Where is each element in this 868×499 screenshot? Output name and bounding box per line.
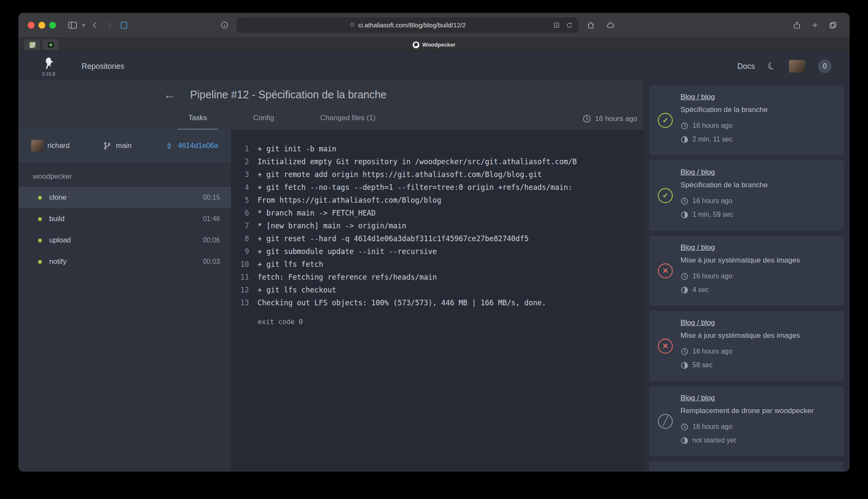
log-line-number: 12: [237, 283, 249, 296]
home-icon[interactable]: [584, 19, 598, 32]
build-duration: 4 sec: [680, 284, 800, 295]
pipeline-step[interactable]: build 01:46: [18, 208, 231, 230]
reload-icon[interactable]: [564, 20, 575, 30]
app-version: 0.15.8: [42, 71, 56, 77]
commit-meta-row: richard main 4614d1e06a: [18, 130, 231, 162]
new-tab-icon[interactable]: [808, 19, 822, 32]
log-panel[interactable]: 1 + git init -b main 2 Initialized empty…: [231, 130, 643, 472]
pipeline-status-icon: [658, 414, 673, 429]
browser-toolbar: ▼ ci.athaliasoft.com/Blog/blog/build/12/…: [18, 13, 850, 38]
log-line: 13 Checking out LFS objects: 100% (573/5…: [237, 296, 643, 309]
pipeline-feed-sidebar[interactable]: Blog / blog Spécification de la branche …: [643, 80, 850, 472]
pipeline-step[interactable]: clone 00:15: [18, 187, 231, 208]
pipeline-header: ← Pipeline #12 - Spécification de la bra…: [18, 80, 643, 130]
log-line-number: 7: [237, 219, 249, 232]
pipeline-feed-item[interactable]: Blog / blog Spécification de la branche …: [649, 85, 844, 155]
log-line-number: 4: [237, 181, 249, 194]
start-page-icon[interactable]: [117, 19, 131, 32]
pipeline-tab[interactable]: Tasks: [177, 114, 218, 130]
repo-link[interactable]: Blog / blog: [680, 470, 715, 472]
woodpecker-app: 0.15.8 Repositories Docs ☾ 0 ← Pipeline …: [18, 53, 850, 472]
build-time: 16 hours ago: [680, 346, 800, 357]
duration-icon: [680, 136, 689, 144]
step-status-dot: [38, 217, 42, 221]
woodpecker-favicon: [413, 41, 419, 48]
tab-overview-icon[interactable]: [826, 19, 840, 32]
pinned-tab[interactable]: [43, 39, 59, 50]
forward-button[interactable]: [102, 19, 117, 32]
commit-message: Spécification de la branche: [680, 181, 768, 189]
pipeline-feed-item[interactable]: Blog / blog Mise à jour systématique des…: [649, 236, 844, 306]
pipeline-tab[interactable]: Config: [242, 114, 285, 130]
pipeline-time-ago: 16 hours ago: [582, 114, 637, 130]
workflow-name: woodpecker: [18, 162, 231, 187]
woodpecker-logo[interactable]: 0.15.8: [41, 56, 57, 77]
log-line-number: 3: [237, 168, 249, 181]
pinned-tab[interactable]: [24, 39, 40, 50]
commit-message: Mise à jour systématique des images: [680, 256, 800, 265]
repo-link[interactable]: Blog / blog: [680, 394, 715, 402]
theme-toggle-moon-icon[interactable]: ☾: [766, 60, 778, 73]
share-icon[interactable]: [790, 19, 804, 32]
address-zone: ci.athaliasoft.com/Blog/blog/build/12/2: [217, 18, 618, 33]
steps-panel: richard main 4614d1e06a woodpecker: [18, 130, 231, 472]
notification-badge[interactable]: 0: [818, 59, 832, 73]
back-button[interactable]: [88, 19, 102, 32]
pipeline-step[interactable]: notify 00:03: [18, 251, 231, 272]
log-line: 2 Initialized empty Git repository in /w…: [237, 155, 643, 168]
pipeline-feed-item[interactable]: Blog / blog Spécification de la branche …: [649, 160, 844, 230]
build-duration: 58 sec: [680, 360, 800, 371]
repo-link[interactable]: Blog / blog: [680, 319, 715, 327]
log-line-number: 9: [237, 245, 249, 258]
sidebar-toggle-icon[interactable]: [65, 19, 80, 32]
pipeline-branch: main: [103, 142, 132, 150]
privacy-info-icon[interactable]: [217, 19, 232, 32]
step-status-dot: [38, 239, 42, 242]
minimize-window-button[interactable]: [38, 22, 45, 29]
log-line: 10 + git lfs fetch: [237, 258, 643, 271]
pipeline-status-icon: [658, 339, 673, 354]
extension-icon[interactable]: [551, 20, 562, 30]
repo-link[interactable]: Blog / blog: [680, 93, 715, 101]
log-line: 12 + git lfs checkout: [237, 283, 643, 296]
log-line: 4 + git fetch --no-tags --depth=1 --filt…: [237, 181, 643, 194]
log-line: 8 + git reset --hard -q 4614d1e06a3dabf3…: [237, 232, 643, 245]
user-avatar[interactable]: [789, 60, 805, 73]
step-status-dot: [38, 260, 42, 264]
close-window-button[interactable]: [28, 22, 35, 29]
nav-docs-link[interactable]: Docs: [737, 62, 755, 71]
pipeline-status-icon: [658, 113, 673, 128]
log-line-number: 13: [237, 296, 249, 309]
cloud-tabs-icon[interactable]: [603, 19, 618, 32]
back-arrow-button[interactable]: ←: [164, 89, 176, 101]
repo-link[interactable]: Blog / blog: [680, 243, 715, 252]
chevron-down-icon[interactable]: ▼: [80, 19, 88, 32]
zoom-window-button[interactable]: [49, 22, 56, 29]
repo-link[interactable]: Blog / blog: [680, 168, 715, 177]
pipeline-feed-item[interactable]: Blog / blog Remplacement de drone par wo…: [649, 386, 844, 456]
commit-hash-link[interactable]: 4614d1e06a: [178, 142, 218, 150]
pinned-tab-favicon: [29, 42, 35, 48]
address-bar[interactable]: ci.athaliasoft.com/Blog/blog/build/12/2: [237, 18, 578, 33]
app-body: ← Pipeline #12 - Spécification de la bra…: [18, 80, 850, 472]
commit-icon: [165, 142, 173, 150]
log-line: 5 From https://git.athaliasoft.com/Blog/…: [237, 194, 643, 207]
nav-repositories-link[interactable]: Repositories: [82, 62, 124, 71]
commit-message: Remplacement de drone par woodpecker: [680, 407, 814, 415]
pipeline-commit[interactable]: 4614d1e06a: [165, 142, 218, 150]
pipeline-author: richard: [31, 140, 70, 152]
pipeline-feed-item[interactable]: Blog / blog: [649, 461, 844, 472]
pipeline-step[interactable]: upload 00:06: [18, 230, 231, 251]
tab-bar: Woodpecker: [18, 38, 850, 52]
log-line-number: 1: [237, 142, 249, 155]
log-line: 7 * [new branch] main -> origin/main: [237, 219, 643, 232]
log-line: 1 + git init -b main: [237, 142, 643, 155]
traffic-lights: [28, 22, 56, 29]
pipeline-tab[interactable]: Changed files (1): [309, 114, 387, 130]
app-navbar: 0.15.8 Repositories Docs ☾ 0: [18, 53, 850, 80]
duration-icon: [680, 286, 689, 294]
pipeline-feed-item[interactable]: Blog / blog Mise à jour systématique des…: [649, 311, 844, 381]
build-time: 16 hours ago: [680, 271, 800, 282]
tab-title: Woodpecker: [422, 41, 456, 48]
active-tab[interactable]: Woodpecker: [413, 41, 456, 48]
